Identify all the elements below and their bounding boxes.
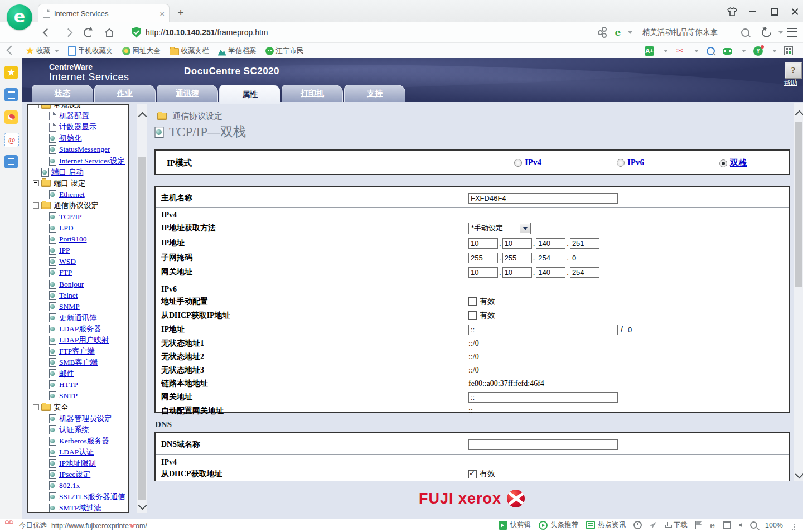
menu-item[interactable]: StatusMessenger [28,144,128,155]
find-icon[interactable] [706,46,715,56]
menu-item[interactable]: 邮件 [28,368,128,379]
menu-item[interactable]: Internet Services设定 [28,155,128,166]
menu-item[interactable]: FTP客户端 [28,346,128,357]
menu-item[interactable]: 认证系统 [28,424,128,436]
skin-theme-icon[interactable] [725,6,739,18]
menu-item-label[interactable]: FTP客户端 [59,346,95,356]
nav-tab-2[interactable]: 作业 [94,85,156,102]
ip-octet-input[interactable] [502,238,532,249]
windows-layout-icon[interactable] [723,521,731,529]
ip-octet-input[interactable] [502,253,532,263]
ip-octet-input[interactable] [570,253,599,263]
menu-item[interactable]: 802.1x [28,480,128,491]
browser-tab[interactable]: Internet Services [38,4,170,22]
collapse-minus-icon[interactable] [33,104,39,108]
chevron-down-icon[interactable] [694,50,699,55]
ip-mode-option[interactable]: 双栈 [719,158,747,168]
refresh-button[interactable] [81,26,95,39]
back-button[interactable] [40,26,54,39]
content-scroll-thumb[interactable] [795,122,802,287]
menu-item[interactable]: LDAP用户映射 [28,335,128,346]
bookmark-item[interactable]: 手机收藏夹 [68,46,113,56]
bookmark-item[interactable]: 江宁市民 [265,46,304,56]
ip-octet-input[interactable] [468,267,498,278]
menu-item[interactable]: LDAP认证 [28,447,128,458]
menu-item[interactable]: 机器管理员设定 [28,413,128,424]
menu-item-label[interactable]: 初始化 [59,133,82,143]
bookmark-item[interactable]: 网址大全 [122,46,161,56]
search-input[interactable]: 精美活动礼品等你来拿 [642,27,718,37]
translate-icon[interactable] [645,46,654,56]
chevron-down-icon[interactable] [773,26,786,39]
menu-item[interactable]: LDAP服务器 [28,323,128,335]
menu-item[interactable]: WSD [28,256,128,267]
menu-item[interactable]: IPP [28,245,128,256]
new-tab-button[interactable] [175,7,186,18]
help-label[interactable]: 帮助 [784,78,797,88]
daily-picks-label[interactable]: 今日优选 [19,521,47,530]
chevron-down-icon[interactable] [742,50,746,55]
search-icon[interactable] [738,26,752,39]
menu-item-label[interactable]: LDAP认证 [59,447,94,457]
ipv6-address-input[interactable] [468,325,618,335]
bookmark-item[interactable]: 收藏 [26,46,59,56]
nav-tab-6[interactable]: 支持 [344,85,405,102]
menu-item-label[interactable]: Internet Services设定 [59,156,125,166]
main-menu-icon[interactable] [785,26,799,39]
games-icon[interactable] [723,48,732,55]
ip-octet-input[interactable] [536,253,565,263]
menu-item[interactable]: 初始化 [28,133,128,144]
menu-item[interactable]: FTP [28,267,128,278]
menu-scroll-thumb[interactable] [138,157,146,500]
maximize-button[interactable] [767,6,782,18]
radio-label[interactable]: IPv6 [627,158,644,167]
menu-item[interactable]: SNTP [28,390,128,402]
news-feed-icon[interactable] [4,88,18,101]
menu-item-label[interactable]: 计数器显示 [59,122,97,132]
app-grid-icon[interactable] [784,46,793,55]
ip-octet-input[interactable] [502,267,532,278]
statusbar-tool[interactable]: 热点资讯 [586,520,626,530]
menu-item[interactable]: IPsec设定 [28,469,128,480]
menu-item-label[interactable]: 机器管理员设定 [59,414,112,424]
browser-logo-icon[interactable] [7,4,32,30]
menu-item[interactable]: LPD [28,223,128,234]
menu-item[interactable]: TCP/IP [28,211,128,223]
forward-button[interactable] [61,26,75,39]
menu-item-label[interactable]: IP地址限制 [59,458,96,468]
mail-icon[interactable] [4,133,19,147]
menu-item-label[interactable]: 机器配置 [59,111,89,121]
menu-item[interactable]: SNMP [28,301,128,312]
menu-item[interactable]: Telnet [28,290,128,301]
menu-item[interactable]: SMTP域过滤 [28,502,128,513]
favorites-star-icon[interactable] [4,66,18,79]
menu-item-label[interactable]: WSD [59,257,76,266]
screenshot-scissors-icon[interactable] [675,46,685,56]
ip-mode-option[interactable]: IPv4 [514,158,541,167]
collapse-minus-icon[interactable] [33,202,39,209]
menu-item-label[interactable]: SNTP [59,391,78,400]
report-flag-icon[interactable] [695,521,702,529]
radio-label[interactable]: 双栈 [730,158,747,168]
menu-item-label[interactable]: Telnet [59,291,78,300]
collapse-minus-icon[interactable] [33,404,39,410]
nav-tab-4[interactable]: 属性 [219,85,280,104]
menu-item-label[interactable]: SSL/TLS服务器通信 [59,492,125,502]
help-button[interactable] [785,62,802,79]
chevron-down-icon[interactable] [772,50,777,55]
site-safety-shield-icon[interactable] [132,27,141,38]
ip-octet-input[interactable] [536,267,565,278]
ip-octet-input[interactable] [536,238,565,249]
radio-label[interactable]: IPv4 [525,158,541,167]
radio-button[interactable] [514,159,522,167]
booster-icon[interactable] [650,522,656,529]
menu-item[interactable]: SSL/TLS服务器通信 [28,491,128,502]
menu-item-label[interactable]: Kerberos服务器 [59,436,109,446]
zoom-search-icon[interactable] [750,521,757,529]
share-icon[interactable] [596,26,609,39]
menu-item-label[interactable]: LDAP服务器 [59,324,101,334]
ip-octet-input[interactable] [570,238,599,249]
menu-item-label[interactable]: SNMP [59,302,80,311]
bookmark-item[interactable]: 收藏夹栏 [170,46,209,56]
ip-method-select[interactable]: *手动设定 [468,223,531,234]
